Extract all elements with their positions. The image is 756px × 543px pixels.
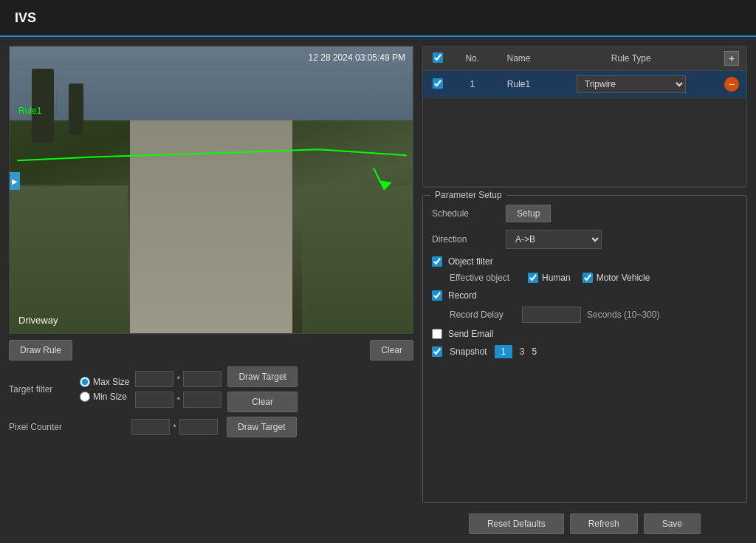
schedule-row: Schedule Setup [432,205,738,222]
mult-sign-min: * [176,395,180,406]
send-email-label: Send Email [448,329,493,339]
record-checkbox[interactable] [432,290,442,301]
parameter-setup: Parameter Setup Schedule Setup Direction… [422,195,747,503]
save-button[interactable]: Save [644,513,701,534]
schedule-label: Schedule [432,208,498,219]
draw-rule-row: Draw Rule Clear [9,340,413,361]
record-row: Record [432,290,738,301]
col-checkbox [423,47,453,71]
object-filter-label: Object filter [448,256,493,267]
max-size-option: Max Size [80,377,129,387]
snapshot-row: Snapshot 1 3 5 [432,345,738,358]
min-size-option: Min Size [80,392,129,402]
record-delay-label: Record Delay [450,310,516,320]
col-no: No. [453,47,492,71]
min-width-input[interactable]: 0 [135,392,173,408]
motor-vehicle-option: Motor Vehicle [583,273,650,283]
draw-target-top-button[interactable]: Draw Target [227,366,297,387]
max-size-label: Max Size [93,377,129,387]
send-email-row: Send Email [432,329,738,339]
main-content: 12 28 2024 03:05:49 PM Rule1 ▶ Driveway … [0,37,756,543]
target-filter-section: Target filter Max Size Min Size 8191 * [9,366,413,437]
right-panel: No. Name Rule Type + 1 Rule1 [422,46,747,534]
pixel-counter-row: Pixel Counter 0 * 0 Draw Target [9,417,413,437]
col-rule-type: Rule Type [546,47,718,71]
direction-label: Direction [432,234,498,245]
draw-target-bottom-button[interactable]: Draw Target [227,417,296,437]
pixel-counter-label: Pixel Counter [9,422,68,432]
snapshot-val2: 3 [520,346,525,357]
human-label: Human [542,273,571,283]
record-label: Record [448,290,477,301]
motor-vehicle-label: Motor Vehicle [597,273,650,283]
size-inputs: 8191 * 8191 0 * 0 [135,371,221,408]
reset-defaults-button[interactable]: Reset Defaults [469,513,564,534]
mult-sign-max: * [176,374,180,385]
rules-table-container: No. Name Rule Type + 1 Rule1 [422,46,747,188]
left-panel: 12 28 2024 03:05:49 PM Rule1 ▶ Driveway … [9,46,413,534]
remove-rule-button[interactable]: − [724,77,739,92]
add-rule-button[interactable]: + [724,51,739,66]
draw-target-bottom-wrapper: Draw Target [227,417,296,437]
human-checkbox[interactable] [528,273,538,283]
direction-row: Direction A->B B->A A<->B [432,230,738,249]
object-filter-row: Object filter [432,256,738,267]
max-width-input[interactable]: 8191 [135,371,173,387]
record-delay-unit: Seconds (10~300) [587,310,659,320]
draw-rule-button[interactable]: Draw Rule [9,340,72,361]
snapshot-val1-button[interactable]: 1 [495,345,512,358]
record-delay-input[interactable]: 10 [522,307,581,323]
target-filter-row: Target filter Max Size Min Size 8191 * [9,366,413,412]
max-size-radio[interactable] [80,377,90,387]
size-radio-group: Max Size Min Size [80,377,129,402]
rules-table: No. Name Rule Type + 1 Rule1 [423,47,746,187]
title-bar: IVS [0,0,756,37]
effective-object-row: Effective object Human Motor Vehicle [450,273,738,283]
col-name: Name [492,47,546,71]
min-height-input[interactable]: 0 [183,392,221,408]
min-size-radio[interactable] [80,392,90,402]
col-add: + [717,47,746,71]
camera-timestamp: 12 28 2024 03:05:49 PM [309,52,405,63]
snapshot-val3: 5 [532,346,537,357]
send-email-checkbox[interactable] [432,329,442,339]
camera-rule-label: Rule1 [18,106,41,116]
min-size-label: Min Size [93,392,127,402]
snapshot-label: Snapshot [450,346,487,357]
pixel-width-input[interactable]: 0 [131,419,170,435]
refresh-button[interactable]: Refresh [570,513,638,534]
record-delay-row: Record Delay 10 Seconds (10~300) [450,307,738,323]
rule-type-select[interactable]: Tripwire Intrusion Abandoned Object Miss… [577,75,686,93]
pixel-height-input[interactable]: 0 [179,419,218,435]
max-height-input[interactable]: 8191 [183,371,221,387]
max-size-inputs: 8191 * 8191 [135,371,221,387]
camera-location-label: Driveway [18,315,58,326]
motor-vehicle-checkbox[interactable] [583,273,593,283]
object-filter-checkbox[interactable] [432,256,442,267]
select-all-checkbox[interactable] [433,52,443,63]
snapshot-checkbox[interactable] [432,346,442,357]
setup-button[interactable]: Setup [506,205,551,222]
param-legend: Parameter Setup [430,190,506,200]
camera-view: 12 28 2024 03:05:49 PM Rule1 ▶ Driveway [9,46,413,334]
row-rule-type: Tripwire Intrusion Abandoned Object Miss… [546,71,718,98]
row-checkbox[interactable] [433,78,443,89]
bottom-buttons: Reset Defaults Refresh Save [422,513,747,534]
pixel-counter-inputs: 0 * 0 [131,419,218,435]
camera-feed: 12 28 2024 03:05:49 PM Rule1 ▶ Driveway [10,47,413,333]
mult-sign-pixel: * [173,422,176,433]
clear-bottom-button[interactable]: Clear [227,392,297,412]
draw-target-buttons: Draw Target Clear [227,366,297,412]
row-checkbox-cell [423,71,453,98]
clear-top-button[interactable]: Clear [370,340,413,361]
min-size-inputs: 0 * 0 [135,392,221,408]
empty-row [423,98,746,187]
app-title: IVS [15,10,36,26]
row-name: Rule1 [492,71,546,98]
effective-object-label: Effective object [450,273,516,283]
target-filter-label: Target filter [9,384,68,395]
direction-select[interactable]: A->B B->A A<->B [506,230,602,249]
table-row: 1 Rule1 Tripwire Intrusion Abandoned Obj… [423,71,746,98]
row-no: 1 [453,71,492,98]
row-remove-cell: − [717,71,746,98]
